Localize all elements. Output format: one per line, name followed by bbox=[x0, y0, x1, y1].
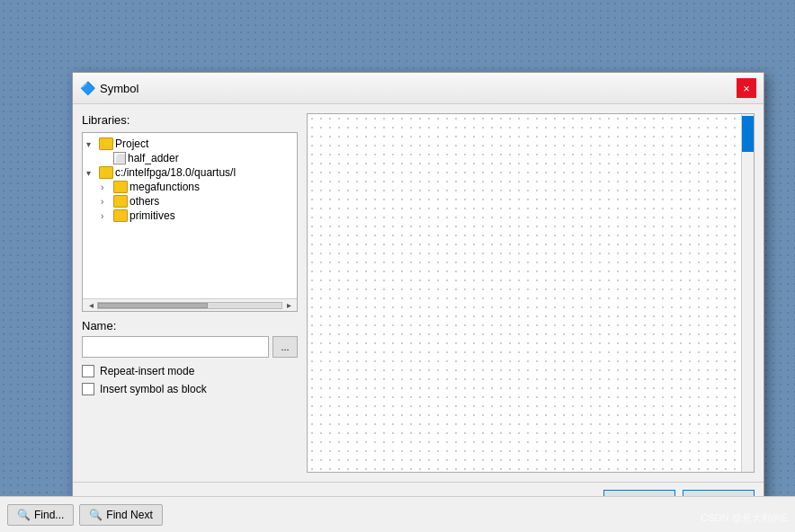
insert-as-block-label: Insert symbol as block bbox=[100, 383, 207, 395]
horizontal-scrollbar[interactable]: ◂ ▸ bbox=[83, 298, 297, 311]
watermark: CSDN @意大利的E bbox=[701, 511, 788, 525]
chevron-megafunctions: › bbox=[101, 182, 112, 192]
tree-item-primitives[interactable]: › primitives bbox=[83, 208, 297, 223]
name-input-row: ... bbox=[82, 336, 298, 358]
scrollbar-track[interactable] bbox=[97, 302, 282, 309]
dialog-body: Libraries: ▾ Project bbox=[73, 104, 764, 482]
chevron-others: › bbox=[101, 197, 112, 207]
symbol-icon: 🔷 bbox=[80, 81, 94, 95]
folder-icon-others bbox=[113, 195, 128, 208]
browse-button[interactable]: ... bbox=[272, 336, 298, 358]
tree-scroll-area[interactable]: ▾ Project ⬜ half_adder bbox=[83, 133, 297, 298]
vertical-scrollbar[interactable] bbox=[741, 114, 754, 472]
checkboxes-section: Repeat-insert mode Insert symbol as bloc… bbox=[82, 365, 298, 395]
insert-as-block-checkbox[interactable] bbox=[82, 383, 94, 395]
bottom-toolbar: 🔍 Find... 🔍 Find Next bbox=[0, 496, 795, 532]
libraries-section: Libraries: ▾ Project bbox=[82, 113, 298, 312]
tree-item-megafunctions[interactable]: › megafunctions bbox=[83, 180, 297, 194]
find-next-icon: 🔍 bbox=[89, 509, 103, 521]
chevron-intelfpga: ▾ bbox=[86, 168, 97, 178]
dialog-titlebar: 🔷 Symbol × bbox=[73, 73, 764, 104]
tree-item-half-adder[interactable]: ⬜ half_adder bbox=[83, 151, 297, 165]
name-section: Name: ... bbox=[82, 319, 298, 358]
repeat-insert-row[interactable]: Repeat-insert mode bbox=[82, 365, 298, 377]
scroll-left-arrow[interactable]: ◂ bbox=[85, 300, 97, 310]
folder-icon-primitives bbox=[113, 209, 128, 222]
scrollbar-thumb[interactable] bbox=[98, 303, 208, 308]
repeat-insert-label: Repeat-insert mode bbox=[100, 365, 194, 377]
left-panel: Libraries: ▾ Project bbox=[82, 113, 298, 473]
tree-label-intelfpga: c:/intelfpga/18.0/quartus/l bbox=[115, 166, 236, 179]
find-button[interactable]: 🔍 Find... bbox=[7, 504, 74, 526]
v-scrollbar-thumb[interactable] bbox=[742, 116, 754, 152]
doc-icon-half-adder: ⬜ bbox=[113, 152, 126, 164]
find-label: Find... bbox=[34, 509, 64, 521]
folder-icon-intelfpga bbox=[99, 166, 113, 179]
symbol-dialog: 🔷 Symbol × Libraries: ▾ bbox=[72, 72, 764, 523]
tree-label-project: Project bbox=[115, 137, 148, 150]
tree-item-others[interactable]: › others bbox=[83, 194, 297, 208]
name-input[interactable] bbox=[82, 336, 269, 358]
tree-label-megafunctions: megafunctions bbox=[130, 181, 200, 193]
find-icon: 🔍 bbox=[17, 509, 31, 521]
chevron-project: ▾ bbox=[86, 139, 97, 149]
libraries-label: Libraries: bbox=[82, 113, 298, 127]
preview-panel bbox=[307, 113, 755, 473]
tree-item-intelfpga[interactable]: ▾ c:/intelfpga/18.0/quartus/l bbox=[83, 165, 297, 180]
folder-icon-megafunctions bbox=[113, 181, 128, 193]
tree-label-primitives: primitives bbox=[130, 209, 175, 222]
tree-label-half-adder: half_adder bbox=[128, 152, 179, 164]
insert-as-block-row[interactable]: Insert symbol as block bbox=[82, 383, 298, 395]
main-overlay: 🔷 Symbol × Libraries: ▾ bbox=[0, 0, 795, 532]
folder-icon-project bbox=[99, 137, 113, 150]
dialog-title: Symbol bbox=[100, 82, 138, 95]
tree-item-project[interactable]: ▾ Project bbox=[83, 137, 297, 151]
scroll-right-arrow[interactable]: ▸ bbox=[282, 300, 295, 310]
title-left: 🔷 Symbol bbox=[80, 81, 138, 95]
chevron-primitives: › bbox=[101, 211, 112, 221]
close-button[interactable]: × bbox=[737, 78, 756, 98]
find-next-label: Find Next bbox=[106, 509, 152, 521]
name-label: Name: bbox=[82, 319, 298, 332]
repeat-insert-checkbox[interactable] bbox=[82, 365, 94, 377]
tree-container: ▾ Project ⬜ half_adder bbox=[82, 132, 298, 312]
find-next-button[interactable]: 🔍 Find Next bbox=[79, 504, 162, 526]
tree-label-others: others bbox=[130, 195, 159, 208]
